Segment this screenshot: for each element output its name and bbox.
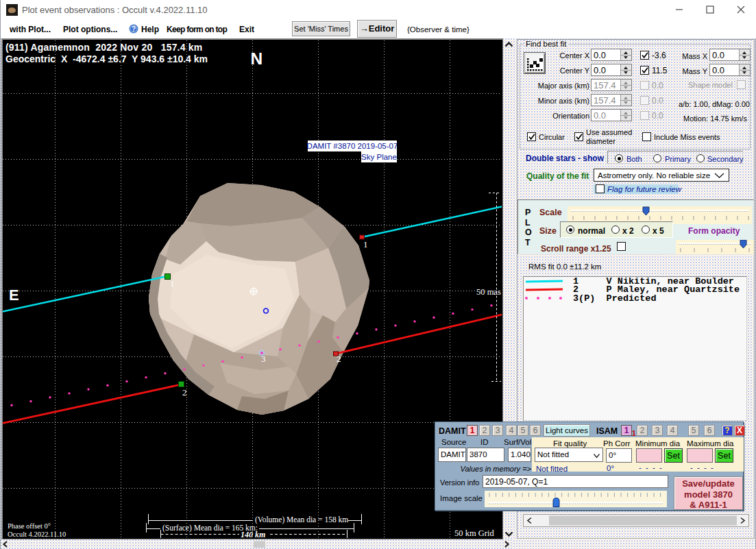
svg-text:N: N [251,49,263,68]
svg-text:(Volume) Mean dia = 158 km: (Volume) Mean dia = 158 km [255,515,348,524]
svg-text:140 km: 140 km [241,530,265,538]
svg-text:Sky Plane: Sky Plane [361,153,397,161]
svg-text:50 mas: 50 mas [476,287,501,297]
svg-text:3: 3 [261,354,266,364]
svg-text:DAMIT #3870 2019-05-07: DAMIT #3870 2019-05-07 [307,142,398,150]
svg-text:50 km Grid: 50 km Grid [454,528,494,538]
svg-text:2: 2 [337,354,341,364]
svg-text:Phase offset 0°: Phase offset 0° [8,522,51,530]
svg-text:2: 2 [182,387,187,398]
svg-text:1: 1 [363,239,368,249]
svg-text:(911) Agamemnon 2022 Nov 20: (911) Agamemnon 2022 Nov 20 157.4 km [5,42,202,53]
svg-text:E: E [9,286,19,304]
svg-text:?: ? [132,25,136,33]
svg-text:Geocentric X -4672.4 ±6.7 Y: Geocentric X -4672.4 ±6.7 Y 943.6 ±10.4 … [5,53,208,64]
svg-text:Occult 4.2022.11.10: Occult 4.2022.11.10 [8,530,66,538]
svg-text:1: 1 [170,278,175,289]
